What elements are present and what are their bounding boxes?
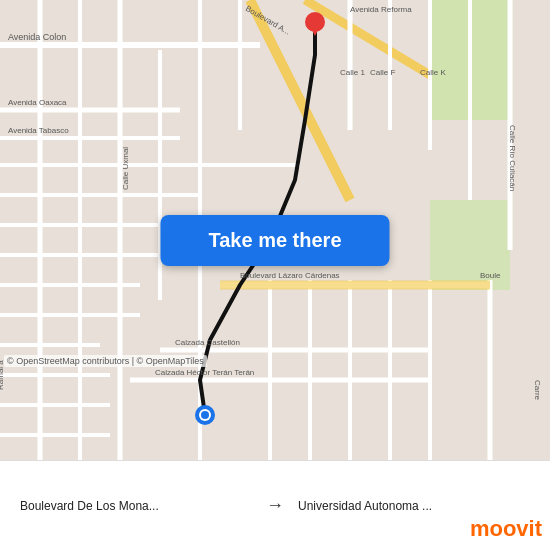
take-me-there-button[interactable]: Take me there: [160, 215, 389, 266]
svg-text:Boulevard Lázaro Cárdenas: Boulevard Lázaro Cárdenas: [240, 271, 340, 280]
svg-text:Calle F: Calle F: [370, 68, 395, 77]
to-location: Universidad Autonoma ...: [298, 499, 432, 513]
map-container: Avenida Colon Avenida Oaxaca Avenida Tab…: [0, 0, 550, 460]
from-section: Boulevard De Los Mona...: [12, 499, 260, 513]
bottom-bar: Boulevard De Los Mona... → Universidad A…: [0, 460, 550, 550]
route-arrow: →: [266, 495, 284, 516]
svg-text:Avenida Tabasco: Avenida Tabasco: [8, 126, 69, 135]
app: Avenida Colon Avenida Oaxaca Avenida Tab…: [0, 0, 550, 550]
svg-text:Calzada Castellón: Calzada Castellón: [175, 338, 240, 347]
from-location: Boulevard De Los Mona...: [20, 499, 159, 513]
svg-text:Carre: Carre: [533, 380, 542, 401]
svg-text:Calle Río Culiacán: Calle Río Culiacán: [508, 125, 517, 191]
map-attribution: © OpenStreetMap contributors | © OpenMap…: [4, 355, 207, 367]
svg-text:Avenida Colon: Avenida Colon: [8, 32, 66, 42]
svg-text:Boule: Boule: [480, 271, 501, 280]
svg-text:Calzada Héctor Terán Terán: Calzada Héctor Terán Terán: [155, 368, 254, 377]
svg-text:Avenida Oaxaca: Avenida Oaxaca: [8, 98, 67, 107]
svg-text:Calle Uxmal: Calle Uxmal: [121, 147, 130, 190]
moovit-logo: moovit: [470, 516, 542, 542]
svg-text:Avenida Reforma: Avenida Reforma: [350, 5, 412, 14]
svg-text:Calle K: Calle K: [420, 68, 446, 77]
to-section: Universidad Autonoma ...: [290, 499, 538, 513]
svg-point-60: [201, 411, 209, 419]
moovit-brand-text: moovit: [470, 516, 542, 542]
svg-text:Calle 1: Calle 1: [340, 68, 365, 77]
arrow-section: →: [260, 495, 290, 516]
